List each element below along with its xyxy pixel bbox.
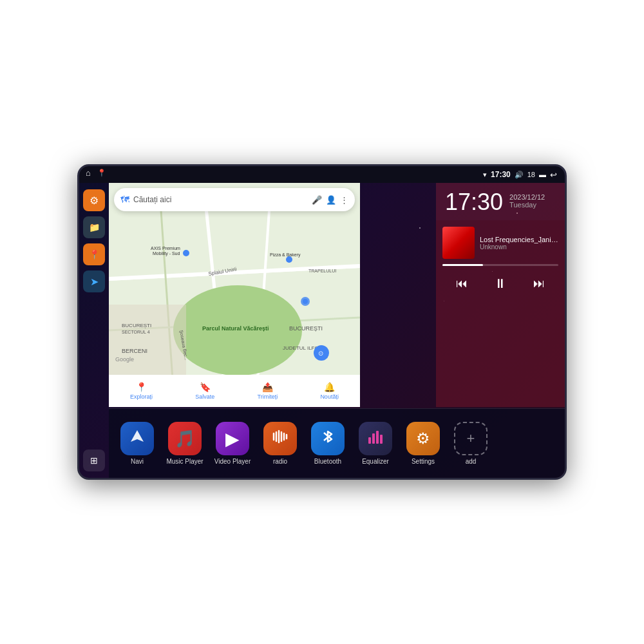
svg-text:TRAPELULUI: TRAPELULUI <box>308 269 336 273</box>
arrow-icon: ➤ <box>90 276 99 288</box>
share-icon: 📤 <box>262 382 273 392</box>
svg-text:BERCENI: BERCENI <box>122 348 147 354</box>
equalizer-label: Equalizer <box>362 458 389 465</box>
car-display: ⌂ 📍 ▾ 17:30 🔊 18 ▬ ↩ ⚙ 📁 <box>77 164 567 480</box>
clock-date-section: 2023/12/12 Tuesday <box>509 191 545 209</box>
saved-label: Salvate <box>195 393 214 400</box>
explore-icon: 📍 <box>136 382 147 392</box>
album-art <box>442 227 475 259</box>
sidebar-item-settings[interactable]: ⚙ <box>83 189 105 211</box>
search-text: Căutați aici <box>133 195 308 204</box>
map-explore-btn[interactable]: 📍 Explorați <box>130 382 153 400</box>
music-controls: ⏮ ⏸ ⏭ <box>442 274 558 294</box>
clock-display: 17:30 <box>445 191 503 214</box>
app-settings[interactable]: ⚙ Settings <box>401 422 445 465</box>
map-svg: Parcul Natural Văcărești BUCUREȘTI SECTO… <box>109 183 360 407</box>
progress-fill <box>442 264 483 266</box>
svg-point-15 <box>183 250 189 256</box>
svg-rect-37 <box>376 431 379 444</box>
sidebar-item-map[interactable]: 📍 <box>83 243 105 265</box>
music-track-row: Lost Frequencies_Janie... Unknown <box>442 227 558 259</box>
map-share-btn[interactable]: 📤 Trimiteți <box>258 382 278 400</box>
settings-dots-icon[interactable]: ⋮ <box>340 195 348 205</box>
status-time: 17:30 <box>491 170 511 179</box>
wifi-signal-icon: ▾ <box>483 171 487 179</box>
bluetooth-icon <box>319 428 337 450</box>
track-artist: Unknown <box>480 243 558 251</box>
back-icon[interactable]: ↩ <box>550 170 557 180</box>
sidebar-item-files[interactable]: 📁 <box>83 216 105 238</box>
svg-text:SECTORUL 4: SECTORUL 4 <box>122 330 150 334</box>
mic-icon[interactable]: 🎤 <box>312 195 322 205</box>
navi-icon <box>128 428 146 450</box>
clock-section: 17:30 2023/12/12 Tuesday <box>436 183 565 220</box>
svg-text:Parcul Natural Văcărești: Parcul Natural Văcărești <box>202 325 269 332</box>
track-info: Lost Frequencies_Janie... Unknown <box>480 236 558 251</box>
map-search-bar[interactable]: 🗺 Căutați aici 🎤 👤 ⋮ <box>114 188 355 211</box>
saved-icon: 🔖 <box>200 382 211 392</box>
pause-button[interactable]: ⏸ <box>491 274 509 294</box>
settings-icon: ⚙ <box>90 194 99 207</box>
clock-time: 17:30 <box>445 191 503 214</box>
app-equalizer[interactable]: Equalizer <box>354 422 397 465</box>
share-label: Trimiteți <box>258 393 278 400</box>
next-track-button[interactable]: ⏭ <box>531 274 547 293</box>
right-panel: 17:30 2023/12/12 Tuesday Lost Frequencie… <box>436 183 565 407</box>
app-add[interactable]: + add <box>449 422 493 465</box>
svg-rect-36 <box>372 433 375 444</box>
svg-marker-28 <box>131 430 144 442</box>
map-pin-icon: 📍 <box>89 249 100 260</box>
svg-rect-38 <box>380 435 383 444</box>
equalizer-icon-bg <box>359 422 392 455</box>
settings-gear-icon: ⚙ <box>416 430 430 448</box>
settings-icon-bg: ⚙ <box>406 422 440 455</box>
album-art-image <box>442 227 475 259</box>
sidebar: ⚙ 📁 📍 ➤ ⊞ <box>79 183 109 478</box>
video-player-icon-bg: ▶ <box>216 422 249 455</box>
map-saved-btn[interactable]: 🔖 Salvate <box>195 382 214 400</box>
map-updates-btn[interactable]: 🔔 Noutăți <box>320 382 339 400</box>
music-player-label: Music Player <box>166 458 203 465</box>
play-circle-icon: ▶ <box>225 428 240 450</box>
bluetooth-icon-bg <box>311 422 345 455</box>
clock-date: 2023/12/12 <box>509 193 545 201</box>
location-pin-icon[interactable]: 📍 <box>97 169 106 177</box>
progress-bar[interactable] <box>442 264 558 266</box>
bluetooth-label: Bluetooth <box>314 458 341 465</box>
settings-label: Settings <box>412 458 435 465</box>
map-area[interactable]: 🗺 Căutați aici 🎤 👤 ⋮ Parcul Natural <box>109 183 360 407</box>
video-player-label: Video Player <box>214 458 251 465</box>
svg-text:AXIS Premium: AXIS Premium <box>151 246 180 251</box>
prev-track-button[interactable]: ⏮ <box>453 274 470 293</box>
status-right: ▾ 17:30 🔊 18 ▬ ↩ <box>483 170 557 180</box>
svg-text:BUCUREȘTI: BUCUREȘTI <box>122 323 151 328</box>
clock-day: Tuesday <box>509 201 545 209</box>
files-icon: 📁 <box>89 222 100 232</box>
account-icon[interactable]: 👤 <box>326 195 336 205</box>
sidebar-item-navigation[interactable]: ➤ <box>83 270 105 292</box>
radio-waves-icon <box>270 427 290 450</box>
sidebar-item-grid[interactable]: ⊞ <box>83 450 105 471</box>
svg-text:⊙: ⊙ <box>318 350 323 357</box>
volume-icon: 🔊 <box>515 171 524 179</box>
music-note-icon: 🎵 <box>175 429 195 449</box>
explore-label: Explorați <box>130 393 153 400</box>
radio-icon-bg <box>263 422 297 455</box>
grid-icon: ⊞ <box>90 455 98 466</box>
status-bar: ⌂ 📍 ▾ 17:30 🔊 18 ▬ ↩ <box>79 166 565 183</box>
app-music-player[interactable]: 🎵 Music Player <box>163 422 207 465</box>
app-video-player[interactable]: ▶ Video Player <box>211 422 254 465</box>
svg-text:Pizza & Bakery: Pizza & Bakery <box>270 252 301 258</box>
app-navi[interactable]: Navi <box>115 422 159 465</box>
battery-level: 18 <box>527 171 535 178</box>
google-maps-icon: 🗺 <box>120 194 129 205</box>
app-bluetooth[interactable]: Bluetooth <box>306 422 350 465</box>
track-title: Lost Frequencies_Janie... <box>480 236 558 243</box>
home-icon[interactable]: ⌂ <box>86 168 91 178</box>
radio-label: radio <box>273 458 287 465</box>
svg-text:BUCUREȘTI: BUCUREȘTI <box>289 325 323 332</box>
music-player-icon-bg: 🎵 <box>168 422 202 455</box>
svg-point-22 <box>303 299 308 304</box>
navi-icon-bg <box>120 422 154 455</box>
app-radio[interactable]: radio <box>258 422 302 465</box>
